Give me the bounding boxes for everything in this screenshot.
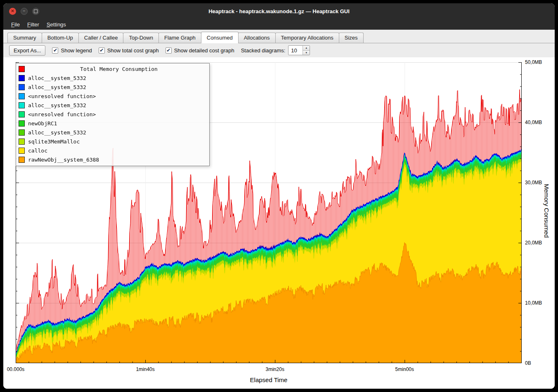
- legend-item: <unresolved function>: [16, 92, 209, 101]
- menu-item-filter[interactable]: Filter: [24, 20, 43, 29]
- tab-sizes[interactable]: Sizes: [339, 33, 364, 43]
- legend-item: alloc__system_5332: [16, 128, 209, 137]
- titlebar: ✕ − Heaptrack - heaptrack.wakunode.1.gz …: [3, 3, 555, 19]
- checkbox-icon[interactable]: ✔: [99, 47, 105, 54]
- legend-swatch: [19, 75, 25, 81]
- y-axis-title: Memory Consumed: [543, 184, 550, 238]
- minimize-button[interactable]: −: [21, 8, 28, 15]
- legend-item: sqlite3MemMalloc: [16, 137, 209, 146]
- legend: Total Memory Consumptionalloc__system_53…: [16, 63, 210, 166]
- y-tick-label: 0B: [525, 360, 531, 366]
- checkbox-label: Show total cost graph: [107, 47, 159, 54]
- legend-swatch: [19, 138, 25, 145]
- legend-item: calloc: [16, 146, 209, 155]
- tab-bar: SummaryBottom-UpCaller / CalleeTop-DownF…: [3, 30, 555, 43]
- legend-swatch: [19, 111, 25, 117]
- tab-allocations[interactable]: Allocations: [238, 33, 276, 43]
- checkbox-show-legend[interactable]: ✔Show legend: [52, 47, 92, 54]
- legend-label: alloc__system_5332: [28, 75, 86, 81]
- checkbox-label: Show detailed cost graph: [174, 47, 234, 54]
- export-as-button[interactable]: Export As...: [9, 45, 45, 56]
- x-tick-label: 5min00s: [395, 366, 414, 372]
- legend-title-row: Total Memory Consumption: [16, 64, 209, 73]
- legend-swatch: [19, 120, 25, 127]
- checkbox-show-total-cost-graph[interactable]: ✔Show total cost graph: [99, 47, 159, 54]
- legend-swatch: [19, 129, 25, 136]
- legend-swatch: [19, 148, 25, 154]
- spinner-down-icon[interactable]: ▼: [303, 50, 310, 55]
- legend-label: Total Memory Consumption: [28, 66, 209, 72]
- maximize-icon: [34, 9, 38, 13]
- checkbox-label: Show legend: [61, 47, 92, 54]
- x-tick-label: 1min40s: [136, 366, 154, 372]
- legend-label: alloc__system_5332: [28, 129, 86, 136]
- checkbox-icon[interactable]: ✔: [52, 47, 58, 54]
- legend-item: newObjRC1: [16, 119, 209, 128]
- legend-label: alloc__system_5332: [28, 84, 86, 90]
- checkbox-icon[interactable]: ✔: [166, 47, 172, 54]
- legend-item: <unresolved function>: [16, 110, 209, 119]
- legend-swatch: [19, 93, 25, 99]
- legend-label: calloc: [28, 148, 47, 154]
- tab-summary[interactable]: Summary: [7, 33, 42, 43]
- legend-item: alloc__system_5332: [16, 82, 209, 92]
- close-button[interactable]: ✕: [9, 8, 16, 15]
- y-tick-label: 50,0MB: [525, 59, 542, 65]
- legend-swatch: [19, 84, 25, 90]
- legend-item: rawNewObj__system_6388: [16, 155, 209, 164]
- chart: Total Memory Consumptionalloc__system_53…: [3, 57, 555, 389]
- y-tick-label: 10,0MB: [525, 300, 542, 306]
- tab-caller-callee[interactable]: Caller / Callee: [78, 33, 124, 43]
- y-tick-label: 20,0MB: [525, 240, 542, 246]
- stacked-diagrams-value[interactable]: 10: [288, 46, 303, 55]
- legend-label: <unresolved function>: [28, 93, 96, 99]
- toolbar: Export As... ✔Show legend✔Show total cos…: [3, 43, 555, 57]
- spinner-up-icon[interactable]: ▲: [303, 46, 310, 50]
- menubar: FileFilterSettings: [3, 19, 555, 30]
- menu-item-file[interactable]: File: [7, 20, 24, 29]
- legend-label: newObjRC1: [28, 120, 57, 127]
- window-controls: ✕ −: [9, 8, 39, 15]
- window-title: Heaptrack - heaptrack.wakunode.1.gz — He…: [3, 8, 555, 14]
- tab-flame-graph[interactable]: Flame Graph: [158, 33, 201, 43]
- stacked-diagrams-spinner[interactable]: 10 ▲ ▼: [288, 45, 310, 55]
- legend-label: sqlite3MemMalloc: [28, 138, 80, 145]
- legend-item: alloc__system_5332: [16, 101, 209, 110]
- tab-temporary-allocations[interactable]: Temporary Allocations: [275, 33, 339, 43]
- x-tick-label: 00.000s: [7, 366, 25, 372]
- tab-consumed[interactable]: Consumed: [201, 32, 239, 43]
- legend-label: <unresolved function>: [28, 111, 96, 117]
- tab-bottom-up[interactable]: Bottom-Up: [42, 33, 79, 43]
- app-window: ✕ − Heaptrack - heaptrack.wakunode.1.gz …: [3, 3, 555, 389]
- y-tick-label: 40,0MB: [525, 120, 542, 125]
- legend-swatch: [19, 157, 25, 163]
- plot-area: Total Memory Consumptionalloc__system_53…: [16, 62, 522, 363]
- maximize-button[interactable]: [32, 8, 39, 15]
- legend-label: rawNewObj__system_6388: [28, 157, 99, 163]
- legend-label: alloc__system_5332: [28, 102, 86, 108]
- legend-item: alloc__system_5332: [16, 73, 209, 82]
- legend-swatch: [19, 102, 25, 108]
- checkbox-show-detailed-cost-graph[interactable]: ✔Show detailed cost graph: [166, 47, 234, 54]
- y-tick-label: 30,0MB: [525, 180, 542, 185]
- tab-top-down[interactable]: Top-Down: [123, 33, 159, 43]
- stacked-diagrams-label: Stacked diagrams:: [241, 47, 286, 54]
- menu-item-settings[interactable]: Settings: [43, 20, 70, 29]
- x-tick-label: 3min20s: [266, 366, 284, 372]
- x-axis-title: Elapsed Time: [250, 376, 288, 383]
- legend-swatch: [19, 66, 25, 72]
- checkbox-group: ✔Show legend✔Show total cost graph✔Show …: [52, 47, 234, 54]
